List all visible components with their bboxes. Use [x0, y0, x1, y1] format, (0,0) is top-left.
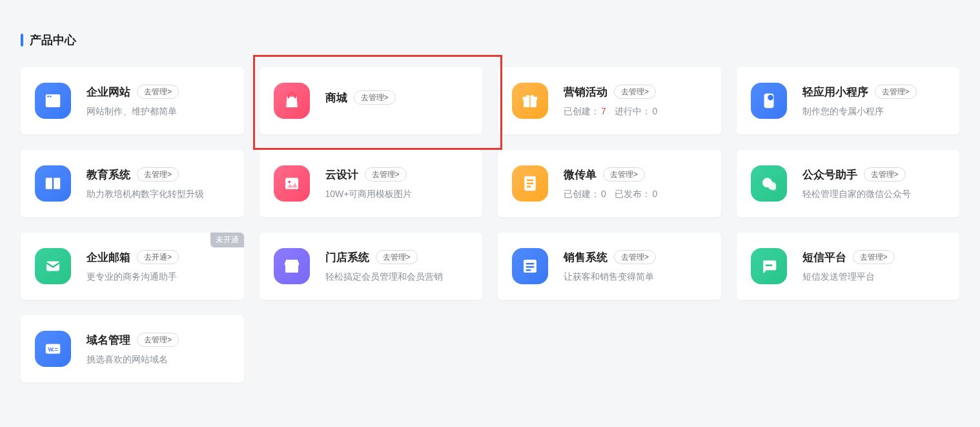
- svg-rect-22: [526, 269, 531, 271]
- product-card-store[interactable]: 门店系统去管理>轻松搞定会员管理和会员营销: [260, 233, 483, 300]
- product-card-enterprise-website[interactable]: 企业网站去管理>网站制作、维护都简单: [21, 67, 244, 134]
- svg-point-10: [288, 181, 291, 183]
- svg-point-8: [768, 95, 773, 101]
- card-subtitle: 制作您的专属小程序: [802, 106, 884, 116]
- card-content: 商城去管理>: [325, 90, 469, 112]
- card-action-button[interactable]: 去管理>: [137, 333, 179, 347]
- section-title-bar: [21, 34, 23, 47]
- card-action-button[interactable]: 去管理>: [864, 167, 906, 182]
- svg-rect-6: [529, 97, 531, 107]
- card-content: 企业网站去管理>网站制作、维护都简单: [87, 85, 230, 118]
- card-title: 教育系统: [87, 167, 130, 182]
- card-action-button[interactable]: 去管理>: [376, 250, 418, 264]
- card-action-button[interactable]: 去管理>: [354, 90, 396, 105]
- stat-running-count: 0: [652, 189, 657, 199]
- section-title-text: 产品中心: [30, 32, 76, 48]
- product-card-wechat-helper[interactable]: 公众号助手去管理>轻松管理自家的微信公众号: [737, 150, 960, 217]
- card-title: 轻应用小程序: [802, 85, 868, 99]
- stat-created-label: 已创建：: [564, 189, 600, 199]
- card-action-button[interactable]: 去管理>: [137, 167, 179, 182]
- product-card-flyer[interactable]: 微传单去管理>已创建：0 已发布：0: [498, 150, 721, 217]
- product-card-enterprise-mail[interactable]: 企业邮箱去开通>更专业的商务沟通助手未开通: [21, 233, 244, 300]
- stat-created-count: 7: [601, 106, 606, 116]
- domain-icon: W.=: [35, 331, 71, 367]
- card-content: 营销活动去管理>已创建：7 进行中：0: [564, 85, 707, 118]
- card-action-button[interactable]: 去管理>: [603, 167, 645, 182]
- card-subtitle: 让获客和销售变得简单: [564, 271, 654, 282]
- card-content: 云设计去管理>10W+可商用模板图片: [325, 167, 469, 200]
- card-action-button[interactable]: 去管理>: [853, 250, 895, 264]
- card-title: 公众号助手: [802, 167, 857, 182]
- product-card-marketing[interactable]: 营销活动去管理>已创建：7 进行中：0: [498, 67, 721, 134]
- list-icon: [512, 248, 548, 284]
- card-title: 销售系统: [564, 250, 607, 265]
- stat-created-count: 0: [601, 189, 606, 199]
- svg-rect-21: [526, 266, 535, 268]
- card-content: 销售系统去管理>让获客和销售变得简单: [564, 250, 707, 283]
- card-subtitle: 10W+可商用模板图片: [325, 189, 413, 199]
- card-action-button[interactable]: 去开通>: [137, 250, 179, 264]
- card-content: 域名管理去管理>挑选喜欢的网站域名: [87, 333, 230, 366]
- svg-rect-20: [526, 263, 535, 265]
- inactive-badge: 未开通: [210, 233, 244, 247]
- card-title: 营销活动: [564, 85, 607, 99]
- card-content: 短信平台去管理>短信发送管理平台: [802, 250, 946, 283]
- card-title: 微传单: [564, 167, 597, 182]
- card-content: 微传单去管理>已创建：0 已发布：0: [564, 167, 707, 200]
- card-title: 短信平台: [802, 250, 846, 265]
- card-content: 轻应用小程序去管理>制作您的专属小程序: [802, 85, 946, 118]
- svg-rect-23: [766, 265, 772, 267]
- card-title: 企业网站: [87, 85, 130, 99]
- svg-rect-14: [527, 186, 531, 188]
- card-content: 教育系统去管理>助力教培机构数字化转型升级: [87, 167, 230, 200]
- window-icon: [35, 83, 71, 119]
- svg-point-2: [47, 96, 49, 98]
- card-subtitle: 网站制作、维护都简单: [87, 106, 177, 116]
- book-icon: [35, 165, 71, 202]
- card-title: 门店系统: [325, 250, 369, 265]
- card-title: 企业邮箱: [87, 250, 130, 265]
- store-icon: [274, 248, 310, 284]
- product-card-sms[interactable]: 短信平台去管理>短信发送管理平台: [737, 233, 960, 300]
- product-card-mall[interactable]: 商城去管理>: [260, 67, 483, 134]
- card-title: 域名管理: [87, 333, 130, 348]
- gift-icon: [512, 83, 548, 119]
- card-subtitle: 挑选喜欢的网站域名: [87, 354, 168, 364]
- card-title: 商城: [325, 90, 347, 105]
- product-grid: 企业网站去管理>网站制作、维护都简单商城去管理>营销活动去管理>已创建：7 进行…: [21, 67, 959, 382]
- wechat-icon: [751, 165, 787, 202]
- svg-rect-13: [527, 183, 533, 185]
- product-card-education[interactable]: 教育系统去管理>助力教培机构数字化转型升级: [21, 150, 244, 217]
- card-action-button[interactable]: 去管理>: [875, 85, 917, 99]
- annotation-arrow: [0, 395, 980, 427]
- svg-point-3: [50, 96, 52, 98]
- card-subtitle: 轻松管理自家的微信公众号: [802, 189, 911, 199]
- bag-icon: [274, 83, 310, 119]
- flyer-icon: [512, 165, 548, 202]
- card-action-button[interactable]: 去管理>: [365, 167, 407, 182]
- stat-running-label: 已发布：: [615, 189, 651, 199]
- card-content: 门店系统去管理>轻松搞定会员管理和会员营销: [325, 250, 469, 283]
- card-action-button[interactable]: 去管理>: [137, 85, 179, 99]
- card-subtitle: 轻松搞定会员管理和会员营销: [325, 271, 443, 282]
- product-card-miniapp[interactable]: 轻应用小程序去管理>制作您的专属小程序: [737, 67, 960, 134]
- card-content: 企业邮箱去开通>更专业的商务沟通助手: [87, 250, 230, 283]
- product-card-domain[interactable]: W.=域名管理去管理>挑选喜欢的网站域名: [21, 315, 244, 382]
- svg-text:W.=: W.=: [48, 346, 58, 353]
- card-subtitle: 助力教培机构数字化转型升级: [87, 189, 204, 199]
- miniapp-icon: [751, 83, 787, 119]
- mail-icon: [35, 248, 71, 284]
- stat-running-label: 进行中：: [615, 106, 651, 116]
- svg-rect-12: [527, 180, 533, 182]
- section-title: 产品中心: [21, 32, 959, 48]
- card-content: 公众号助手去管理>轻松管理自家的微信公众号: [802, 167, 946, 200]
- card-subtitle: 更专业的商务沟通助手: [87, 271, 177, 282]
- card-title: 云设计: [325, 167, 358, 182]
- chat-icon: [751, 248, 787, 284]
- product-card-sales[interactable]: 销售系统去管理>让获客和销售变得简单: [498, 233, 721, 300]
- card-action-button[interactable]: 去管理>: [614, 250, 656, 264]
- stat-created-label: 已创建：: [564, 106, 600, 116]
- product-card-cloud-design[interactable]: 云设计去管理>10W+可商用模板图片: [260, 150, 483, 217]
- card-action-button[interactable]: 去管理>: [614, 85, 656, 99]
- card-subtitle: 短信发送管理平台: [802, 271, 875, 282]
